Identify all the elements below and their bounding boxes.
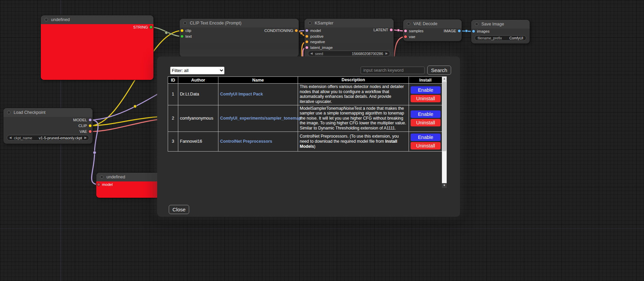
node-title-bar[interactable]: VAE Decode	[403, 19, 462, 28]
filename-prefix-widget[interactable]: filename_prefix ComfyUI	[475, 35, 526, 41]
node-status-dot	[183, 21, 187, 25]
seed-widget[interactable]: ◀ seed 156680208700286 ▶	[308, 51, 390, 56]
extension-name-cell: ControlNet Preprocessors	[218, 131, 298, 151]
output-label-clip: CLIP	[78, 123, 87, 128]
scrollbar-thumb[interactable]	[442, 82, 446, 151]
table-header-row: ID Author Name Description Install	[168, 77, 442, 84]
extension-name-cell: ComfyUI Impact Pack	[218, 84, 298, 105]
input-label-model: model	[310, 28, 321, 33]
node-status-dot	[100, 175, 103, 179]
node-title-bar[interactable]: CLIP Text Encode (Prompt)	[180, 19, 299, 28]
node-title: undefined	[106, 175, 125, 179]
filter-select[interactable]: Filter: all	[170, 67, 225, 74]
node-title-bar[interactable]: KSampler	[304, 19, 394, 28]
input-pin-images[interactable]	[472, 30, 475, 33]
enable-button[interactable]: Enable	[411, 110, 441, 118]
output-label-string: STRING	[133, 25, 148, 30]
output-pin-vae[interactable]	[88, 130, 92, 133]
node-title-bar[interactable]: undefined	[41, 15, 153, 24]
input-pin-text[interactable]	[180, 35, 184, 38]
input-pin-latent-image[interactable]	[305, 46, 309, 49]
header-name: Name	[218, 77, 298, 84]
extension-description: ControlNet Preprocessors. (To use this e…	[298, 131, 409, 151]
output-label-vae: VAE	[80, 129, 87, 134]
node-ksampler[interactable]: KSampler model positive negative latent_…	[304, 19, 394, 59]
uninstall-button[interactable]: Uninstall	[411, 119, 441, 126]
input-label-vae: vae	[409, 34, 415, 39]
input-label-negative: negative	[310, 39, 325, 44]
input-label-clip: clip	[185, 28, 191, 33]
extension-name-cell: ComfyUI_experiments/sampler_tonemap	[218, 105, 298, 131]
output-pin-conditioning[interactable]	[295, 29, 298, 32]
increment-arrow-icon[interactable]: ▶	[385, 52, 388, 55]
search-input[interactable]	[361, 67, 425, 74]
input-label-positive: positive	[310, 34, 324, 39]
search-button[interactable]: Search	[427, 66, 451, 75]
node-status-dot	[7, 111, 11, 114]
scroll-down-icon[interactable]: ▼	[442, 183, 447, 188]
enable-button[interactable]: Enable	[411, 134, 441, 141]
input-label-text: text	[185, 34, 192, 39]
output-pin-model[interactable]	[88, 118, 92, 122]
extension-link[interactable]: ControlNet Preprocessors	[220, 139, 272, 144]
node-undefined-top[interactable]: undefined STRING	[41, 15, 153, 80]
output-pin-latent[interactable]	[390, 28, 393, 32]
input-pin-samples[interactable]	[404, 29, 407, 33]
input-label-images: images	[477, 29, 490, 34]
header-id: ID	[168, 77, 178, 84]
uninstall-button[interactable]: Uninstall	[411, 142, 441, 150]
output-pin-clip[interactable]	[88, 124, 92, 127]
previous-arrow-icon[interactable]: ◀	[9, 136, 12, 139]
input-pin-clip[interactable]	[180, 29, 184, 32]
output-label-latent: LATENT	[374, 28, 388, 32]
input-pin-model[interactable]	[97, 183, 100, 186]
input-pin-positive[interactable]	[305, 35, 309, 38]
extension-link[interactable]: ComfyUI_experiments/sampler_tonemap	[220, 116, 301, 121]
input-pin-model[interactable]	[305, 29, 309, 32]
node-title: CLIP Text Encode (Prompt)	[190, 21, 242, 25]
input-pin-negative[interactable]	[305, 40, 309, 43]
decrement-arrow-icon[interactable]: ◀	[310, 52, 313, 55]
table-scrollbar[interactable]: ▲ ▼	[442, 76, 447, 188]
node-title-bar[interactable]: Load Checkpoint	[3, 108, 93, 117]
node-save-image[interactable]: Save Image images filename_prefix ComfyU…	[471, 20, 530, 43]
ckpt-name-widget[interactable]: ◀ ckpt_name v1-5-pruned-emaonly.ckpt ▶	[7, 135, 89, 141]
scroll-up-icon[interactable]: ▲	[442, 76, 447, 81]
uninstall-button[interactable]: Uninstall	[411, 95, 441, 102]
node-title-bar[interactable]: undefined	[96, 173, 164, 181]
input-pin-vae[interactable]	[404, 35, 407, 38]
output-label-model: MODEL	[73, 118, 87, 122]
extension-author: comfyanonymous	[178, 105, 218, 131]
extension-row: 2comfyanonymousComfyUI_experiments/sampl…	[168, 105, 442, 131]
extension-actions: EnableUninstall	[409, 105, 442, 131]
extensions-table-container: ID Author Name Description Install 1Dr.L…	[168, 76, 447, 188]
widget-value: ComfyUI	[509, 36, 523, 40]
extension-link[interactable]: ComfyUI Impact Pack	[220, 92, 263, 96]
extension-actions: EnableUninstall	[409, 131, 442, 151]
output-pin-image[interactable]	[458, 29, 461, 33]
extensions-table: ID Author Name Description Install 1Dr.L…	[168, 76, 442, 152]
extension-description: This extension offers various detector n…	[298, 84, 409, 105]
extension-id: 3	[168, 131, 178, 151]
node-load-checkpoint[interactable]: Load Checkpoint MODEL CLIP VAE ◀ ckpt_na…	[3, 108, 93, 144]
header-author: Author	[178, 77, 218, 84]
node-vae-decode[interactable]: VAE Decode samples vae IMAGE	[403, 19, 462, 41]
output-pin-string[interactable]	[149, 25, 153, 29]
extension-id: 1	[168, 84, 178, 105]
extension-author: Dr.Lt.Data	[178, 84, 218, 105]
extension-row: 3Fannovel16ControlNet PreprocessorsContr…	[168, 131, 442, 151]
widget-name: filename_prefix	[478, 36, 502, 40]
input-label-samples: samples	[409, 29, 424, 33]
extension-description: ModelSamplerTonemapNoiseTest a node that…	[298, 105, 409, 131]
node-clip-text-encode[interactable]: CLIP Text Encode (Prompt) clip text COND…	[180, 19, 299, 57]
widget-name: ckpt_name	[14, 136, 32, 140]
node-status-dot	[308, 21, 312, 25]
node-title-bar[interactable]: Save Image	[471, 20, 530, 29]
node-undefined-bottom[interactable]: undefined model	[96, 173, 164, 198]
close-button[interactable]: Close	[169, 205, 189, 214]
next-arrow-icon[interactable]: ▶	[84, 136, 87, 139]
extension-row: 1Dr.Lt.DataComfyUI Impact PackThis exten…	[168, 84, 442, 105]
enable-button[interactable]: Enable	[411, 86, 441, 94]
header-description: Description	[298, 77, 409, 84]
install-custom-nodes-dialog: Filter: all Search ID Author Name Descri…	[157, 56, 460, 217]
